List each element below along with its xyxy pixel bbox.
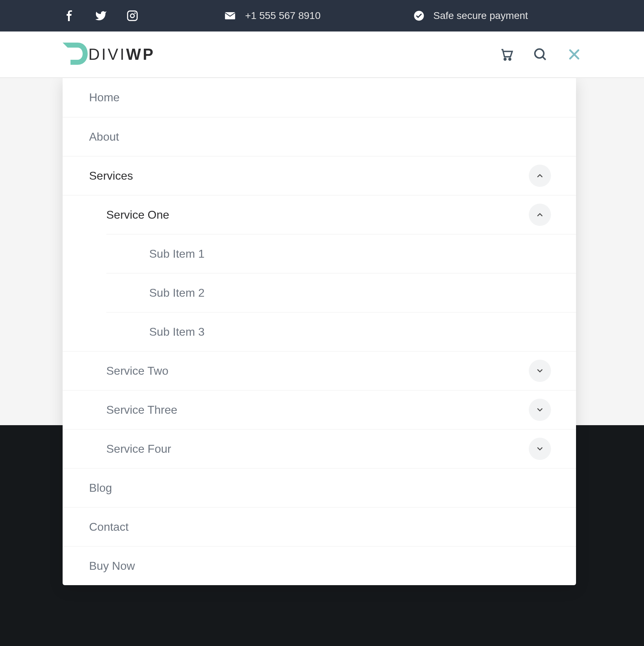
top-bar: +1 555 567 8910 Safe secure payment xyxy=(0,0,644,31)
search-icon[interactable] xyxy=(533,47,547,62)
svg-point-6 xyxy=(509,58,511,60)
nav-buy-now[interactable]: Buy Now xyxy=(63,546,576,585)
nav-about-label: About xyxy=(89,130,119,144)
nav-service-three[interactable]: Service Three xyxy=(63,390,576,429)
instagram-icon[interactable] xyxy=(127,10,138,21)
nav-blog-label: Blog xyxy=(89,481,112,495)
nav-sub-item-2-label: Sub Item 2 xyxy=(149,286,205,300)
site-header: DIVIWP xyxy=(0,31,644,78)
nav-service-two-label: Service Two xyxy=(106,364,169,378)
phone-block[interactable]: +1 555 567 8910 xyxy=(224,10,321,22)
social-icons xyxy=(64,10,138,22)
site-logo[interactable]: DIVIWP xyxy=(63,43,155,66)
nav-contact[interactable]: Contact xyxy=(63,507,576,546)
phone-text: +1 555 567 8910 xyxy=(245,10,321,21)
page-body: Home About Services Service One Sub Item… xyxy=(0,78,644,646)
svg-point-5 xyxy=(504,58,506,60)
nav-service-one-label: Service One xyxy=(106,208,169,222)
nav-blog[interactable]: Blog xyxy=(63,468,576,507)
logo-text: DIVIWP xyxy=(88,45,155,63)
chevron-down-icon[interactable] xyxy=(529,360,551,382)
nav-sub-item-3[interactable]: Sub Item 3 xyxy=(106,312,576,351)
close-icon[interactable] xyxy=(567,47,581,62)
nav-services[interactable]: Services xyxy=(63,156,576,195)
nav-service-four-label: Service Four xyxy=(106,442,171,456)
nav-service-one[interactable]: Service One xyxy=(63,195,576,234)
chevron-down-icon[interactable] xyxy=(529,438,551,460)
facebook-icon[interactable] xyxy=(64,10,75,21)
cart-icon[interactable] xyxy=(499,47,513,62)
nav-home-label: Home xyxy=(89,91,119,104)
nav-service-three-label: Service Three xyxy=(106,403,177,417)
nav-sub-item-3-label: Sub Item 3 xyxy=(149,325,205,339)
nav-home[interactable]: Home xyxy=(63,78,576,117)
chevron-up-icon[interactable] xyxy=(529,165,551,187)
svg-rect-0 xyxy=(128,11,137,21)
svg-point-7 xyxy=(535,49,544,58)
mobile-menu-dropdown: Home About Services Service One Sub Item… xyxy=(63,78,576,585)
nav-about[interactable]: About xyxy=(63,117,576,156)
service-one-subitems: Sub Item 1 Sub Item 2 Sub Item 3 xyxy=(106,234,576,351)
nav-service-two[interactable]: Service Two xyxy=(63,351,576,390)
logo-mark-icon xyxy=(63,43,88,66)
nav-buy-now-label: Buy Now xyxy=(89,559,135,573)
header-icons xyxy=(499,47,581,62)
nav-contact-label: Contact xyxy=(89,520,128,534)
svg-line-8 xyxy=(543,57,546,60)
svg-rect-3 xyxy=(225,12,235,19)
secure-payment-block: Safe secure payment xyxy=(414,10,528,21)
chevron-up-icon[interactable] xyxy=(529,204,551,226)
nav-sub-item-1[interactable]: Sub Item 1 xyxy=(106,234,576,273)
nav-service-four[interactable]: Service Four xyxy=(63,429,576,468)
nav-services-label: Services xyxy=(89,169,133,183)
nav-sub-item-2[interactable]: Sub Item 2 xyxy=(106,273,576,312)
nav-sub-item-1-label: Sub Item 1 xyxy=(149,247,205,261)
chevron-down-icon[interactable] xyxy=(529,399,551,421)
svg-point-2 xyxy=(134,13,136,14)
mail-icon xyxy=(224,10,236,22)
check-circle-icon xyxy=(414,10,424,21)
secure-payment-text: Safe secure payment xyxy=(433,10,528,21)
twitter-icon[interactable] xyxy=(95,10,107,22)
svg-point-1 xyxy=(131,14,135,18)
